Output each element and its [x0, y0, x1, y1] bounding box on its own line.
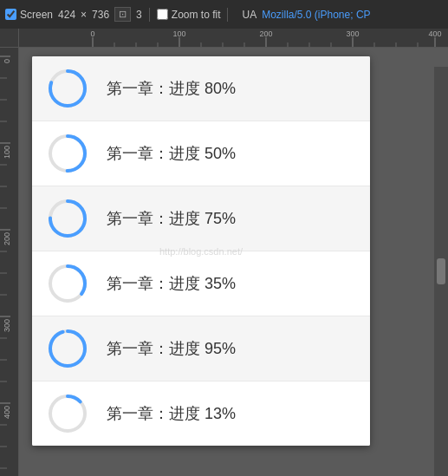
svg-text:100: 100 — [172, 29, 185, 38]
progress-svg — [46, 327, 89, 370]
progress-svg — [46, 262, 89, 305]
svg-text:200: 200 — [3, 232, 11, 245]
progress-circle — [46, 262, 89, 305]
screen-icon: ⊡ — [114, 7, 131, 22]
list-item: 第一章：进度 35% — [32, 251, 370, 316]
progress-circle — [46, 197, 89, 240]
progress-circle — [46, 132, 89, 175]
zoom-checkbox-label[interactable]: Zoom to fit — [157, 9, 221, 21]
screen-checkbox-label[interactable]: Screen — [5, 9, 53, 21]
item-label: 第一章：进度 95% — [107, 338, 236, 359]
svg-text:0: 0 — [90, 29, 94, 38]
progress-svg — [46, 132, 89, 175]
svg-text:300: 300 — [3, 319, 11, 332]
list-item: 第一章：进度 13% — [32, 381, 370, 446]
right-scrollbar[interactable] — [434, 67, 448, 476]
icon-symbol: ⊡ — [119, 9, 127, 20]
ruler-top: 0 100 200 300 400 — [19, 29, 448, 48]
ruler-left: 0 100 200 300 400 — [0, 48, 19, 476]
item-label: 第一章：进度 80% — [107, 78, 236, 99]
svg-text:300: 300 — [346, 29, 359, 38]
progress-svg — [46, 67, 89, 110]
circle-progress — [50, 331, 85, 366]
screen-count: 3 — [136, 9, 142, 21]
item-label: 第一章：进度 50% — [107, 143, 236, 164]
progress-circle — [46, 327, 89, 370]
progress-svg — [46, 392, 89, 435]
svg-text:200: 200 — [259, 29, 272, 38]
zoom-checkbox[interactable] — [157, 9, 168, 20]
list-container: 第一章：进度 80% 第一章：进度 50% 第一章：进度 75% — [32, 56, 370, 446]
list-item: 第一章：进度 80% — [32, 56, 370, 121]
zoom-label: Zoom to fit — [172, 9, 221, 21]
screen-width: 424 — [58, 9, 75, 21]
toolbar-separator-2 — [227, 8, 228, 22]
svg-text:100: 100 — [3, 146, 11, 159]
dim-separator: × — [81, 9, 87, 21]
ruler-top-svg: 0 100 200 300 400 — [19, 29, 448, 47]
ruler-left-svg: 0 100 200 300 400 — [0, 48, 18, 476]
item-label: 第一章：进度 75% — [107, 208, 236, 229]
list-item: 第一章：进度 75% — [32, 186, 370, 251]
screen-height: 736 — [92, 9, 109, 21]
ua-label: UA — [242, 9, 256, 21]
item-label: 第一章：进度 13% — [107, 403, 236, 424]
ruler-container: 0 100 200 300 400 0 — [0, 29, 448, 476]
progress-circle — [46, 392, 89, 435]
canvas-area: 第一章：进度 80% 第一章：进度 50% 第一章：进度 75% — [19, 48, 448, 476]
screen-checkbox[interactable] — [5, 9, 16, 20]
toolbar: Screen 424 × 736 ⊡ 3 Zoom to fit UA Mozi… — [0, 0, 448, 29]
phone-frame: 第一章：进度 80% 第一章：进度 50% 第一章：进度 75% — [32, 56, 370, 446]
list-item: 第一章：进度 95% — [32, 316, 370, 381]
toolbar-separator — [149, 8, 150, 22]
ruler-corner — [0, 29, 19, 48]
screen-label: Screen — [20, 9, 53, 21]
scroll-handle[interactable] — [437, 258, 445, 284]
ua-value: Mozilla/5.0 (iPhone; CP — [262, 9, 370, 21]
progress-svg — [46, 197, 89, 240]
svg-text:400: 400 — [428, 29, 441, 38]
svg-text:0: 0 — [3, 59, 11, 63]
item-label: 第一章：进度 35% — [107, 273, 236, 294]
svg-text:400: 400 — [3, 406, 11, 419]
progress-circle — [46, 67, 89, 110]
list-item: 第一章：进度 50% — [32, 121, 370, 186]
